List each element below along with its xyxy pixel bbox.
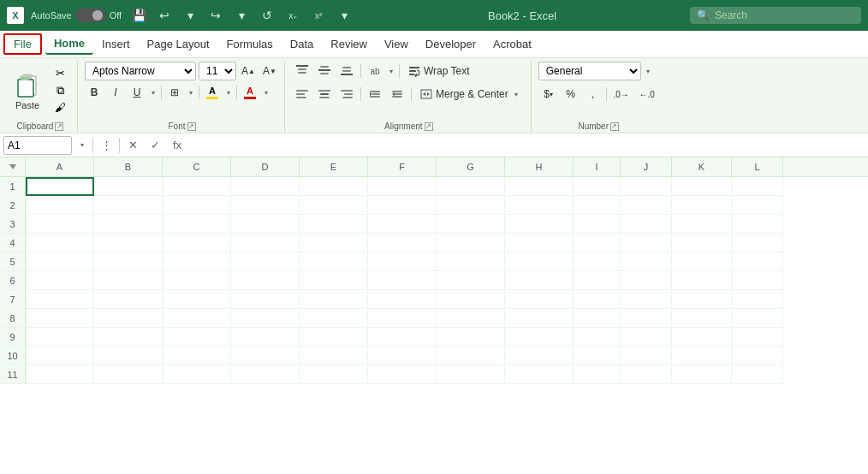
cell-I10[interactable] xyxy=(574,347,621,365)
menu-review[interactable]: Review xyxy=(322,34,376,54)
cell-D1[interactable] xyxy=(231,177,300,196)
formula-subscript-icon[interactable]: x₊ xyxy=(282,5,303,26)
cell-B7[interactable] xyxy=(94,290,163,309)
cell-K3[interactable] xyxy=(672,215,732,234)
bold-button[interactable]: B xyxy=(85,83,104,102)
increase-font-button[interactable]: A▲ xyxy=(239,62,258,80)
decrease-font-button[interactable]: A▼ xyxy=(260,62,279,80)
cell-D6[interactable] xyxy=(231,271,300,290)
cell-F8[interactable] xyxy=(368,309,437,328)
cell-C3[interactable] xyxy=(163,215,231,234)
cell-A1[interactable] xyxy=(26,177,94,196)
cell-reference-box[interactable] xyxy=(3,136,72,155)
cell-K8[interactable] xyxy=(672,309,732,328)
cell-E3[interactable] xyxy=(300,215,368,234)
row-header-8[interactable]: 8 xyxy=(0,309,26,328)
cell-K2[interactable] xyxy=(672,196,732,215)
cell-I2[interactable] xyxy=(574,196,621,215)
cell-K5[interactable] xyxy=(672,252,732,271)
cell-K9[interactable] xyxy=(672,328,732,347)
col-header-i[interactable]: I xyxy=(574,157,621,176)
cell-I9[interactable] xyxy=(574,328,621,347)
cell-A11[interactable] xyxy=(26,365,94,384)
underline-dropdown[interactable]: ▾ xyxy=(149,83,158,102)
cell-A5[interactable] xyxy=(26,252,94,271)
autosave-toggle[interactable] xyxy=(75,9,106,22)
cell-C7[interactable] xyxy=(163,290,231,309)
cell-L9[interactable] xyxy=(732,328,783,347)
cell-A9[interactable] xyxy=(26,328,94,347)
cell-C9[interactable] xyxy=(163,328,231,347)
cell-C1[interactable] xyxy=(163,177,231,196)
cut-button[interactable]: ✂ xyxy=(48,66,72,81)
cell-F2[interactable] xyxy=(368,196,437,215)
cell-L3[interactable] xyxy=(732,215,783,234)
cell-B2[interactable] xyxy=(94,196,163,215)
row-header-7[interactable]: 7 xyxy=(0,290,26,309)
cell-K4[interactable] xyxy=(672,234,732,252)
cell-E6[interactable] xyxy=(300,271,368,290)
cell-L7[interactable] xyxy=(732,290,783,309)
cell-C4[interactable] xyxy=(163,234,231,252)
col-header-c[interactable]: C xyxy=(163,157,231,176)
cell-K1[interactable] xyxy=(672,177,732,196)
increase-indent-button[interactable] xyxy=(387,85,407,104)
cell-L11[interactable] xyxy=(732,365,783,384)
cell-D7[interactable] xyxy=(231,290,300,309)
wrap-text-button[interactable]: Wrap Text xyxy=(403,63,475,79)
row-header-6[interactable]: 6 xyxy=(0,271,26,290)
menu-acrobat[interactable]: Acrobat xyxy=(485,34,540,54)
cell-I11[interactable] xyxy=(574,365,621,384)
number-format-dropdown[interactable]: ▾ xyxy=(643,62,653,80)
italic-button[interactable]: I xyxy=(106,83,125,102)
cell-J3[interactable] xyxy=(621,215,672,234)
cell-D5[interactable] xyxy=(231,252,300,271)
fill-color-button[interactable]: A xyxy=(203,83,222,102)
cell-H5[interactable] xyxy=(505,252,574,271)
menu-file-button[interactable]: File xyxy=(3,33,42,55)
col-header-a[interactable]: A xyxy=(26,157,94,176)
cell-A2[interactable] xyxy=(26,196,94,215)
cell-G4[interactable] xyxy=(437,234,505,252)
cell-B6[interactable] xyxy=(94,271,163,290)
cell-A8[interactable] xyxy=(26,309,94,328)
cell-I5[interactable] xyxy=(574,252,621,271)
cell-F6[interactable] xyxy=(368,271,437,290)
cell-J2[interactable] xyxy=(621,196,672,215)
cell-E8[interactable] xyxy=(300,309,368,328)
cell-F7[interactable] xyxy=(368,290,437,309)
cell-H8[interactable] xyxy=(505,309,574,328)
cell-A3[interactable] xyxy=(26,215,94,234)
cell-E1[interactable] xyxy=(300,177,368,196)
formula-menu-button[interactable]: ⋮ xyxy=(97,136,116,155)
cell-D11[interactable] xyxy=(231,365,300,384)
cell-F1[interactable] xyxy=(368,177,437,196)
select-all-button[interactable] xyxy=(0,157,26,176)
cell-H4[interactable] xyxy=(505,234,574,252)
cell-C8[interactable] xyxy=(163,309,231,328)
menu-home[interactable]: Home xyxy=(45,33,93,55)
col-header-l[interactable]: L xyxy=(732,157,783,176)
cell-B9[interactable] xyxy=(94,328,163,347)
formula-input[interactable] xyxy=(190,136,865,155)
menu-formulas[interactable]: Formulas xyxy=(218,34,282,54)
redo-dropdown-icon[interactable]: ▾ xyxy=(231,5,252,26)
font-expand-button[interactable]: ↗ xyxy=(187,122,196,131)
cell-H9[interactable] xyxy=(505,328,574,347)
menu-insert[interactable]: Insert xyxy=(93,34,139,54)
menu-developer[interactable]: Developer xyxy=(417,34,485,54)
cell-K7[interactable] xyxy=(672,290,732,309)
cell-L1[interactable] xyxy=(732,177,783,196)
decrease-indent-button[interactable] xyxy=(365,85,385,104)
cell-G2[interactable] xyxy=(437,196,505,215)
dollar-button[interactable]: $ ▾ xyxy=(538,85,559,104)
cell-K6[interactable] xyxy=(672,271,732,290)
paste-button[interactable]: Paste xyxy=(9,69,46,112)
cell-H2[interactable] xyxy=(505,196,574,215)
cell-H7[interactable] xyxy=(505,290,574,309)
borders-button[interactable]: ⊞ xyxy=(165,83,184,102)
cell-I3[interactable] xyxy=(574,215,621,234)
cell-I1[interactable] xyxy=(574,177,621,196)
cell-B10[interactable] xyxy=(94,347,163,365)
cell-F3[interactable] xyxy=(368,215,437,234)
